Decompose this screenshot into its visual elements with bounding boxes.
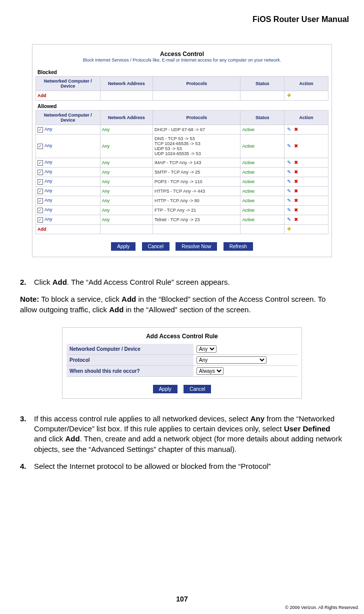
button-row: Apply Cancel Resolve Now Refresh [36,241,328,251]
device-cell: Any [44,143,52,148]
text-bold: User Defined [284,424,330,433]
note: Note: To block a service, click Add in t… [20,294,344,315]
delete-icon[interactable]: ✖ [293,217,299,223]
address-cell: Any [100,125,152,135]
device-cell: Any [44,198,52,203]
status-cell: Active [240,187,284,196]
checkbox[interactable]: ✓ [38,127,43,133]
status-cell: Active [240,177,284,187]
device-cell: Any [44,188,52,193]
col-address: Network Address [100,111,152,125]
add-icon[interactable]: ✚ [286,226,292,232]
panel-title: Add Access Control Rule [66,333,298,340]
text: To block a service, click [39,295,122,303]
table-row: ✓AnyAnySMTP - TCP Any -> 25Active✎✖ [36,168,328,177]
step-2: 2. Click Add. The “Add Access Control Ru… [20,277,344,287]
step-number: 4. [20,461,34,471]
delete-icon[interactable]: ✖ [293,160,299,166]
col-address: Network Address [100,77,152,91]
text-bold: Add [66,434,80,443]
page-heading: FiOS Router User Manual [10,15,354,24]
device-cell: Any [44,179,52,184]
panel-subtitle: Block Internet Services / Protocols like… [36,58,328,63]
edit-icon[interactable]: ✎ [286,207,292,213]
cancel-button[interactable]: Cancel [142,242,170,251]
edit-icon[interactable]: ✎ [286,127,292,133]
text-bold: Add [109,305,124,314]
table-row: ✓AnyAnyIMAP - TCP Any -> 143Active✎✖ [36,158,328,168]
checkbox[interactable]: ✓ [38,208,43,213]
protocol-cell: POP3 - TCP Any -> 110 [152,177,240,187]
table-row: ✓AnyAnyFTP - TCP Any -> 21Active✎✖ [36,206,328,215]
status-cell: Active [240,135,284,158]
edit-icon[interactable]: ✎ [286,217,292,223]
panel-title: Access Control [36,51,328,58]
table-row: ✓AnyAnyHTTPS - TCP Any -> 443Active✎✖ [36,187,328,196]
address-cell: Any [100,196,152,206]
when-select[interactable]: Always [196,367,224,375]
checkbox[interactable]: ✓ [38,170,43,175]
address-cell: Any [100,177,152,187]
table-row: ✓AnyAnyPOP3 - TCP Any -> 110Active✎✖ [36,177,328,187]
protocol-cell: DNS - TCP 53 -> 53 TCP 1024-65535 -> 53 … [152,135,240,158]
table-row: ✓AnyAnyHTTP - TCP Any -> 80Active✎✖ [36,196,328,206]
delete-icon[interactable]: ✖ [293,127,299,133]
delete-icon[interactable]: ✖ [293,198,299,204]
checkbox[interactable]: ✓ [38,217,43,223]
delete-icon[interactable]: ✖ [293,188,299,194]
field-label-protocol: Protocol [66,354,194,365]
text-bold: Add [52,278,67,286]
col-protocols: Protocols [152,77,240,91]
edit-icon[interactable]: ✎ [286,143,292,149]
table-row: ✓AnyAnyTelnet - TCP Any -> 23Active✎✖ [36,215,328,225]
resolve-now-button[interactable]: Resolve Now [176,242,217,251]
status-cell: Active [240,125,284,135]
protocol-cell: IMAP - TCP Any -> 143 [152,158,240,168]
add-rule-panel: Add Access Control Rule Networked Comput… [62,327,302,399]
apply-button[interactable]: Apply [111,242,136,251]
device-cell: Any [44,127,52,132]
edit-icon[interactable]: ✎ [286,198,292,204]
edit-icon[interactable]: ✎ [286,160,292,166]
page-number: 107 [0,595,364,603]
access-control-panel: Access Control Block Internet Services /… [32,44,332,257]
add-icon[interactable]: ✚ [286,93,292,99]
cancel-button[interactable]: Cancel [184,385,211,393]
checkbox[interactable]: ✓ [38,144,43,149]
protocol-cell: FTP - TCP Any -> 21 [152,206,240,215]
col-protocols: Protocols [152,111,240,125]
add-link[interactable]: Add [36,91,100,101]
delete-icon[interactable]: ✖ [293,143,299,149]
add-link[interactable]: Add [36,225,100,234]
allowed-label: Allowed [38,104,328,109]
protocol-select[interactable]: Any [196,356,266,364]
step-number: 3. [20,414,34,454]
delete-icon[interactable]: ✖ [293,169,299,175]
protocol-cell: HTTPS - TCP Any -> 443 [152,187,240,196]
table-row: ✓AnyAnyDHCP - UDP 67-68 -> 67Active✎✖ [36,125,328,135]
apply-button[interactable]: Apply [153,385,178,393]
checkbox[interactable]: ✓ [38,160,43,166]
checkbox[interactable]: ✓ [38,179,43,185]
text: Click [34,278,52,286]
device-select[interactable]: Any [196,345,216,353]
checkbox[interactable]: ✓ [38,189,43,194]
text-bold: Any [250,414,264,423]
edit-icon[interactable]: ✎ [286,169,292,175]
refresh-button[interactable]: Refresh [224,242,253,251]
allowed-add-row: Add✚ [36,225,328,234]
delete-icon[interactable]: ✖ [293,207,299,213]
address-cell: Any [100,158,152,168]
status-cell: Active [240,206,284,215]
edit-icon[interactable]: ✎ [286,188,292,194]
delete-icon[interactable]: ✖ [293,179,299,185]
col-status: Status [240,77,284,91]
address-cell: Any [100,215,152,225]
col-status: Status [240,111,284,125]
text-bold: Add [122,295,136,303]
blocked-add-row: Add ✚ [36,91,328,101]
step-4: 4. Select the Internet protocol to be al… [20,461,344,471]
status-cell: Active [240,158,284,168]
checkbox[interactable]: ✓ [38,198,43,204]
edit-icon[interactable]: ✎ [286,179,292,185]
